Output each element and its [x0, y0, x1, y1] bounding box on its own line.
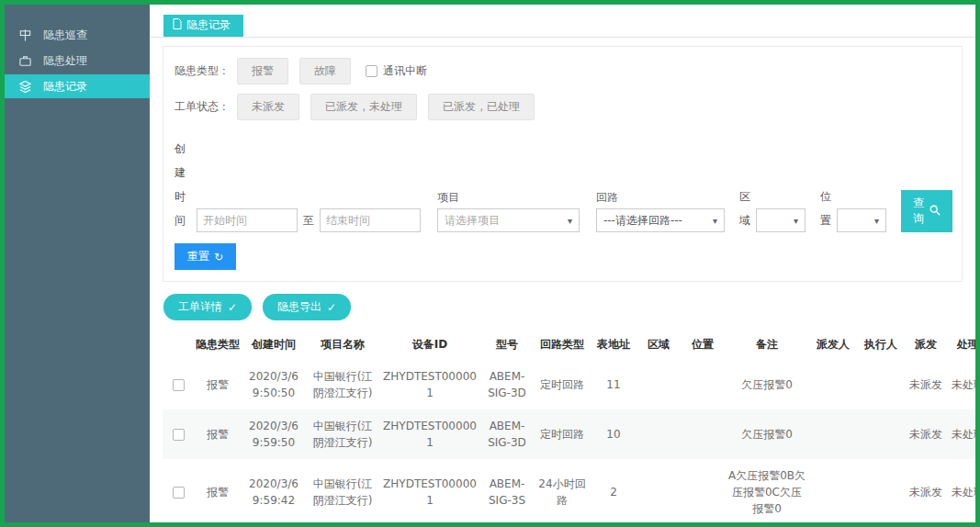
records-table: 隐患类型 创建时间 项目名称 设备ID 型号 回路类型 表地址 区域 位置 备注… [163, 330, 975, 522]
location-select[interactable]: ▾ [837, 208, 886, 232]
reset-row: 重置 ↻ [175, 243, 952, 270]
sidebar-item-label: 隐患记录 [43, 79, 87, 95]
col-dispatch-status: 派发 [905, 330, 947, 360]
project-select-group: 项目 请选择项目 ▾ [437, 190, 580, 232]
col-handle-status: 处理 [947, 330, 975, 360]
circuit-select[interactable]: ---请选择回路--- ▾ [596, 208, 725, 232]
sidebar-item-label: 隐患巡查 [43, 28, 87, 43]
table-row: 报警2020/3/6 9:59:50中国银行(江阴澄江支行)ZHYDTEST00… [163, 409, 975, 459]
col-dispatcher: 派发人 [809, 330, 857, 360]
cell-executor [857, 360, 905, 409]
project-select[interactable]: 请选择项目 ▾ [437, 208, 580, 232]
work-order-status-row: 工单状态： 未派发 已派发，未处理 已派发，已处理 [175, 94, 952, 120]
create-time-label: 创建时间 [175, 137, 191, 232]
cell-project-name: 中国银行(江阴澄江支行) [306, 360, 379, 409]
signpost-icon [17, 28, 32, 42]
cell-handle-status: 未处理 [947, 459, 975, 522]
check-icon: ✓ [228, 301, 237, 314]
cell-model: ABEM-SIG-3S [480, 459, 534, 522]
circuit-select-group: 回路 ---请选择回路--- ▾ [596, 190, 725, 232]
status-dispatched-handled-button[interactable]: 已派发，已处理 [428, 94, 535, 120]
cell-project-name: 中国银行(江阴澄江支行) [306, 409, 379, 459]
cell-dispatch-status: 未派发 [905, 360, 947, 409]
cell-meter-address: 11 [591, 360, 636, 409]
reset-button[interactable]: 重置 ↻ [175, 243, 236, 270]
row-checkbox[interactable] [173, 429, 185, 441]
cell-meter-address: 2 [591, 459, 636, 522]
table-body: 报警2020/3/6 9:50:50中国银行(江阴澄江支行)ZHYDTEST00… [163, 360, 975, 522]
cell-device-id: ZHYDTEST000001 [379, 360, 480, 409]
cell-hazard-type: 报警 [194, 360, 242, 409]
cell-remark: 欠压报警0 [725, 409, 809, 459]
row-checkbox[interactable] [173, 379, 185, 391]
status-undispatched-button[interactable]: 未派发 [237, 94, 299, 120]
cell-area [636, 459, 681, 522]
cell-device-id: ZHYDTEST000001 [379, 459, 480, 522]
col-model: 型号 [480, 330, 534, 360]
row-select-cell [163, 409, 194, 459]
cell-device-id: ZHYDTEST000001 [379, 409, 480, 459]
cell-executor [857, 459, 905, 522]
cell-meter-address: 10 [591, 409, 636, 459]
records-table-wrap: 隐患类型 创建时间 项目名称 设备ID 型号 回路类型 表地址 区域 位置 备注… [150, 330, 975, 522]
col-created-time: 创建时间 [242, 330, 306, 360]
cell-location [681, 409, 725, 459]
tab-hazard-records[interactable]: 隐患记录 [163, 15, 243, 37]
col-hazard-type: 隐患类型 [194, 330, 242, 360]
cell-project-name: 中国银行(江阴澄江支行) [306, 459, 379, 522]
row-checkbox[interactable] [173, 487, 185, 499]
comm-interrupt-checkbox[interactable] [366, 65, 377, 77]
type-fault-button[interactable]: 故障 [299, 58, 351, 84]
cell-circuit-type: 定时回路 [534, 360, 591, 409]
col-device-id: 设备ID [379, 330, 480, 360]
search-button[interactable]: 查询 [901, 190, 952, 232]
tab-bar: 隐患记录 [150, 5, 975, 38]
work-order-detail-button[interactable]: 工单详情 ✓ [163, 294, 252, 320]
cell-hazard-type: 报警 [194, 409, 242, 459]
sidebar: 隐患巡查 隐患处理 隐患记录 [5, 5, 150, 522]
area-select[interactable]: ▾ [756, 208, 805, 232]
col-circuit-type: 回路类型 [534, 330, 591, 360]
col-meter-address: 表地址 [591, 330, 636, 360]
start-time-input[interactable] [197, 208, 298, 232]
circuit-label: 回路 [596, 190, 725, 206]
row-select-cell [163, 459, 194, 522]
cell-dispatch-status: 未派发 [905, 459, 947, 522]
filter-panel: 隐患类型： 报警 故障 通讯中断 工单状态： 未派发 已派发，未处理 已派发，已… [163, 46, 963, 282]
table-header-row: 隐患类型 创建时间 项目名称 设备ID 型号 回路类型 表地址 区域 位置 备注… [163, 330, 975, 360]
sidebar-item-hazard-inspection[interactable]: 隐患巡查 [5, 23, 150, 47]
sidebar-item-label: 隐患处理 [43, 53, 87, 69]
cell-model: ABEM-SIG-3D [480, 409, 534, 459]
refresh-icon: ↻ [214, 251, 223, 264]
end-time-input[interactable] [320, 208, 421, 232]
location-label: 位置 [820, 185, 831, 232]
col-executor: 执行人 [857, 330, 905, 360]
cell-remark: A欠压报警0B欠压报警0C欠压报警0 [725, 459, 809, 522]
layers-icon [17, 79, 32, 94]
cell-model: ABEM-SIG-3D [480, 360, 534, 409]
cell-dispatcher [809, 459, 857, 522]
hazard-type-label: 隐患类型： [175, 63, 230, 79]
cell-location [681, 360, 725, 409]
hazard-export-button[interactable]: 隐患导出 ✓ [263, 294, 351, 320]
table-row: 报警2020/3/6 9:59:42中国银行(江阴澄江支行)ZHYDTEST00… [163, 459, 975, 522]
main-content: 隐患记录 隐患类型： 报警 故障 通讯中断 工单状态： 未派发 已派发，未处理 … [150, 5, 975, 522]
cell-dispatcher [809, 360, 857, 409]
cell-handle-status: 未处理 [947, 360, 975, 409]
check-icon: ✓ [327, 301, 336, 314]
tab-label: 隐患记录 [186, 17, 231, 33]
cell-created-time: 2020/3/6 9:59:42 [242, 459, 306, 522]
type-alarm-button[interactable]: 报警 [237, 58, 288, 84]
briefcase-icon [17, 53, 32, 68]
sidebar-item-hazard-handling[interactable]: 隐患处理 [5, 49, 150, 73]
cell-dispatcher [809, 409, 857, 459]
work-order-status-label: 工单状态： [175, 99, 230, 115]
to-label: 至 [303, 208, 314, 232]
chevron-down-icon: ▾ [568, 216, 572, 226]
comm-interrupt-label: 通讯中断 [383, 63, 427, 79]
project-label: 项目 [437, 190, 580, 206]
status-dispatched-unhandled-button[interactable]: 已派发，未处理 [310, 94, 417, 120]
sidebar-item-hazard-records[interactable]: 隐患记录 [5, 74, 150, 98]
col-area: 区域 [636, 330, 681, 360]
col-project-name: 项目名称 [306, 330, 379, 360]
